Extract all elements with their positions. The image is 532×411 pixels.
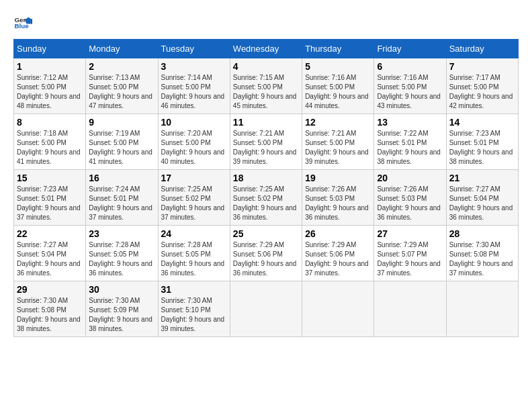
calendar-cell: 17Sunrise: 7:25 AMSunset: 5:02 PMDayligh…	[158, 170, 230, 226]
day-number: 1	[17, 61, 83, 72]
day-info: Sunrise: 7:30 AMSunset: 5:08 PMDaylight:…	[17, 296, 83, 334]
header-day: Tuesday	[158, 40, 230, 58]
day-info: Sunrise: 7:21 AMSunset: 5:00 PMDaylight:…	[305, 129, 371, 167]
day-info: Sunrise: 7:30 AMSunset: 5:10 PMDaylight:…	[161, 296, 227, 334]
calendar-cell: 16Sunrise: 7:24 AMSunset: 5:01 PMDayligh…	[86, 170, 158, 226]
calendar-cell: 10Sunrise: 7:20 AMSunset: 5:00 PMDayligh…	[158, 114, 230, 170]
day-number: 23	[89, 228, 154, 239]
day-number: 24	[161, 228, 227, 239]
calendar-cell: 3Sunrise: 7:14 AMSunset: 5:00 PMDaylight…	[158, 58, 230, 114]
day-info: Sunrise: 7:22 AMSunset: 5:01 PMDaylight:…	[377, 129, 443, 167]
calendar-cell: 19Sunrise: 7:26 AMSunset: 5:03 PMDayligh…	[302, 170, 374, 226]
day-info: Sunrise: 7:13 AMSunset: 5:00 PMDaylight:…	[89, 73, 154, 111]
day-number: 29	[17, 284, 83, 295]
calendar-cell	[374, 281, 446, 337]
calendar-cell: 7Sunrise: 7:17 AMSunset: 5:00 PMDaylight…	[446, 58, 518, 114]
day-info: Sunrise: 7:16 AMSunset: 5:00 PMDaylight:…	[377, 73, 443, 111]
logo: General Blue	[13, 13, 35, 32]
calendar-cell: 23Sunrise: 7:28 AMSunset: 5:05 PMDayligh…	[86, 226, 158, 281]
calendar-cell: 11Sunrise: 7:21 AMSunset: 5:00 PMDayligh…	[230, 114, 302, 170]
day-info: Sunrise: 7:26 AMSunset: 5:03 PMDaylight:…	[377, 185, 443, 222]
calendar-cell: 28Sunrise: 7:30 AMSunset: 5:08 PMDayligh…	[446, 226, 518, 281]
header-day: Sunday	[14, 40, 86, 58]
day-number: 31	[161, 284, 227, 295]
day-number: 26	[305, 228, 371, 239]
calendar-cell: 8Sunrise: 7:18 AMSunset: 5:00 PMDaylight…	[14, 114, 86, 170]
calendar-cell	[230, 281, 302, 337]
header-day: Thursday	[302, 40, 374, 58]
calendar-cell: 18Sunrise: 7:25 AMSunset: 5:02 PMDayligh…	[230, 170, 302, 226]
day-number: 16	[89, 173, 154, 183]
day-number: 12	[305, 117, 371, 128]
calendar-week: 1Sunrise: 7:12 AMSunset: 5:00 PMDaylight…	[14, 58, 519, 114]
day-info: Sunrise: 7:24 AMSunset: 5:01 PMDaylight:…	[89, 185, 154, 222]
calendar-cell: 9Sunrise: 7:19 AMSunset: 5:00 PMDaylight…	[86, 114, 158, 170]
header-row: SundayMondayTuesdayWednesdayThursdayFrid…	[14, 40, 519, 58]
calendar-cell: 26Sunrise: 7:29 AMSunset: 5:06 PMDayligh…	[302, 226, 374, 281]
day-info: Sunrise: 7:28 AMSunset: 5:05 PMDaylight:…	[89, 240, 154, 278]
day-info: Sunrise: 7:30 AMSunset: 5:08 PMDaylight:…	[449, 240, 515, 278]
calendar-week: 8Sunrise: 7:18 AMSunset: 5:00 PMDaylight…	[14, 114, 519, 170]
calendar-cell: 30Sunrise: 7:30 AMSunset: 5:09 PMDayligh…	[86, 281, 158, 337]
calendar-table: SundayMondayTuesdayWednesdayThursdayFrid…	[13, 39, 519, 337]
day-number: 14	[449, 117, 515, 128]
header-day: Friday	[374, 40, 446, 58]
calendar-cell: 6Sunrise: 7:16 AMSunset: 5:00 PMDaylight…	[374, 58, 446, 114]
calendar-cell	[446, 281, 518, 337]
header-day: Saturday	[446, 40, 518, 58]
day-info: Sunrise: 7:16 AMSunset: 5:00 PMDaylight:…	[305, 73, 371, 111]
calendar-cell: 20Sunrise: 7:26 AMSunset: 5:03 PMDayligh…	[374, 170, 446, 226]
calendar-cell: 27Sunrise: 7:29 AMSunset: 5:07 PMDayligh…	[374, 226, 446, 281]
calendar-cell: 24Sunrise: 7:28 AMSunset: 5:05 PMDayligh…	[158, 226, 230, 281]
calendar-cell: 4Sunrise: 7:15 AMSunset: 5:00 PMDaylight…	[230, 58, 302, 114]
day-info: Sunrise: 7:26 AMSunset: 5:03 PMDaylight:…	[305, 185, 371, 222]
day-info: Sunrise: 7:23 AMSunset: 5:01 PMDaylight:…	[449, 129, 515, 167]
day-number: 19	[305, 173, 371, 183]
day-info: Sunrise: 7:21 AMSunset: 5:00 PMDaylight:…	[233, 129, 299, 167]
logo-icon: General Blue	[13, 13, 32, 32]
day-number: 2	[89, 61, 154, 72]
day-number: 11	[233, 117, 299, 128]
day-number: 3	[161, 61, 227, 72]
day-info: Sunrise: 7:25 AMSunset: 5:02 PMDaylight:…	[161, 185, 227, 222]
day-number: 22	[17, 228, 83, 239]
day-number: 20	[377, 173, 443, 183]
header-day: Monday	[86, 40, 158, 58]
day-info: Sunrise: 7:12 AMSunset: 5:00 PMDaylight:…	[17, 73, 83, 111]
header: General Blue	[13, 13, 519, 32]
day-number: 5	[305, 61, 371, 72]
day-number: 27	[377, 228, 443, 239]
day-number: 10	[161, 117, 227, 128]
day-number: 4	[233, 61, 299, 72]
day-number: 25	[233, 228, 299, 239]
calendar-cell: 14Sunrise: 7:23 AMSunset: 5:01 PMDayligh…	[446, 114, 518, 170]
day-info: Sunrise: 7:14 AMSunset: 5:00 PMDaylight:…	[161, 73, 227, 111]
calendar-cell: 13Sunrise: 7:22 AMSunset: 5:01 PMDayligh…	[374, 114, 446, 170]
day-info: Sunrise: 7:23 AMSunset: 5:01 PMDaylight:…	[17, 185, 83, 222]
day-number: 6	[377, 61, 443, 72]
day-info: Sunrise: 7:29 AMSunset: 5:06 PMDaylight:…	[305, 240, 371, 278]
calendar-cell: 5Sunrise: 7:16 AMSunset: 5:00 PMDaylight…	[302, 58, 374, 114]
day-info: Sunrise: 7:19 AMSunset: 5:00 PMDaylight:…	[89, 129, 154, 167]
day-number: 7	[449, 61, 515, 72]
calendar-cell	[302, 281, 374, 337]
day-number: 13	[377, 117, 443, 128]
day-info: Sunrise: 7:29 AMSunset: 5:07 PMDaylight:…	[377, 240, 443, 278]
calendar-cell: 25Sunrise: 7:29 AMSunset: 5:06 PMDayligh…	[230, 226, 302, 281]
day-number: 15	[17, 173, 83, 183]
calendar-week: 29Sunrise: 7:30 AMSunset: 5:08 PMDayligh…	[14, 281, 519, 337]
day-number: 8	[17, 117, 83, 128]
day-number: 18	[233, 173, 299, 183]
day-info: Sunrise: 7:29 AMSunset: 5:06 PMDaylight:…	[233, 240, 299, 278]
day-number: 17	[161, 173, 227, 183]
day-info: Sunrise: 7:15 AMSunset: 5:00 PMDaylight:…	[233, 73, 299, 111]
day-info: Sunrise: 7:30 AMSunset: 5:09 PMDaylight:…	[89, 296, 154, 334]
calendar-cell: 21Sunrise: 7:27 AMSunset: 5:04 PMDayligh…	[446, 170, 518, 226]
calendar-week: 15Sunrise: 7:23 AMSunset: 5:01 PMDayligh…	[14, 170, 519, 226]
day-info: Sunrise: 7:27 AMSunset: 5:04 PMDaylight:…	[17, 240, 83, 278]
calendar-cell: 2Sunrise: 7:13 AMSunset: 5:00 PMDaylight…	[86, 58, 158, 114]
day-info: Sunrise: 7:28 AMSunset: 5:05 PMDaylight:…	[161, 240, 227, 278]
day-info: Sunrise: 7:25 AMSunset: 5:02 PMDaylight:…	[233, 185, 299, 222]
calendar-cell: 12Sunrise: 7:21 AMSunset: 5:00 PMDayligh…	[302, 114, 374, 170]
calendar-week: 22Sunrise: 7:27 AMSunset: 5:04 PMDayligh…	[14, 226, 519, 281]
